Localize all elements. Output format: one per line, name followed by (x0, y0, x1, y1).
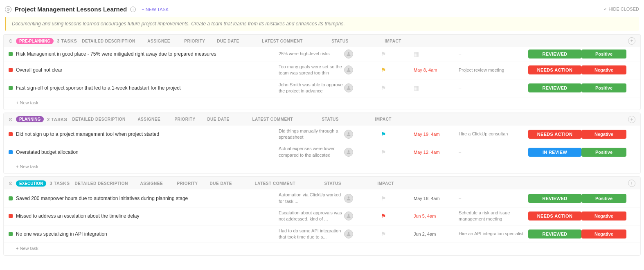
col-priority: PRIORITY (177, 181, 209, 186)
section-toggle-pre-planning[interactable]: ⊙ (9, 38, 13, 44)
task-dot (9, 214, 13, 218)
avatar[interactable] (344, 83, 353, 92)
impact-cell[interactable]: Positive (581, 50, 626, 59)
status-cell[interactable]: NEEDS ACTION (528, 65, 581, 74)
task-dot (9, 52, 13, 56)
priority-cell[interactable]: ⚑ (381, 131, 414, 137)
task-name-text[interactable]: Saved 200 manpower hours due to automati… (16, 196, 188, 201)
status-button[interactable]: IN REVIEW (528, 148, 581, 157)
status-cell[interactable]: REVIEWED (528, 194, 581, 203)
priority-flag-icon: ⚑ (381, 213, 386, 219)
expand-icon[interactable]: ⊙ (5, 6, 11, 13)
status-cell[interactable]: REVIEWED (528, 50, 581, 59)
task-name-text[interactable]: Did not sign up to a project management … (16, 131, 159, 137)
impact-cell[interactable]: Negative (581, 230, 626, 239)
impact-cell[interactable]: Negative (581, 130, 626, 139)
priority-cell[interactable]: ⚑ (381, 51, 414, 57)
col-description: DETAILED DESCRIPTION (72, 117, 137, 122)
avatar[interactable] (344, 50, 353, 59)
task-name-cell: Overstated budget allocation (9, 149, 279, 155)
section-badge-execution: EXECUTION (16, 180, 46, 187)
status-button[interactable]: NEEDS ACTION (528, 65, 581, 74)
svg-point-1 (348, 68, 350, 70)
status-cell[interactable]: REVIEWED (528, 230, 581, 239)
info-icon[interactable]: i (130, 7, 136, 12)
avatar[interactable] (344, 212, 353, 220)
task-description: Too many goals were set so the team was … (279, 64, 344, 76)
priority-cell[interactable]: ⚑ (381, 195, 414, 202)
task-name-text[interactable]: Fast sign-off of project sponsor that le… (16, 85, 181, 91)
section-add-icon-pre-planning[interactable]: + (628, 37, 635, 45)
impact-button[interactable]: Negative (581, 212, 626, 220)
assignee-cell (344, 212, 381, 220)
table-row: Overall goal not clear Too many goals we… (4, 61, 640, 79)
task-name-text[interactable]: No one was specializing in API integrati… (16, 231, 107, 237)
priority-cell[interactable]: ⚑ (381, 231, 414, 237)
task-name-text[interactable]: Overstated budget allocation (16, 149, 79, 155)
due-date-value: May 12, 4am (414, 150, 440, 155)
task-name-text[interactable]: Overall goal not clear (16, 67, 62, 73)
impact-button[interactable]: Positive (581, 50, 626, 59)
status-button[interactable]: REVIEWED (528, 50, 581, 59)
priority-cell[interactable]: ⚑ (381, 149, 414, 155)
impact-cell[interactable]: Positive (581, 148, 626, 157)
priority-cell[interactable]: ⚑ (381, 213, 414, 219)
avatar[interactable] (344, 230, 353, 239)
section-task-count-planning: 2 TASKS (47, 117, 67, 122)
due-date-cell: Jun 5, 4am (414, 213, 459, 219)
task-name-text[interactable]: Risk Management in good place - 75% were… (16, 51, 216, 57)
col-due-date: DUE DATE (209, 181, 254, 186)
latest-comment-cell: – (459, 149, 528, 155)
priority-cell[interactable]: ⚑ (381, 85, 414, 91)
section-task-count-execution: 3 TASKS (50, 181, 70, 186)
impact-cell[interactable]: Negative (581, 65, 626, 74)
section-toggle-planning[interactable]: ⊙ (9, 117, 13, 122)
impact-button[interactable]: Negative (581, 230, 626, 239)
task-dot (9, 86, 13, 90)
svg-point-0 (348, 52, 350, 54)
hide-closed-button[interactable]: ✓ HIDE CLOSED (603, 7, 639, 12)
avatar[interactable] (344, 65, 353, 74)
impact-button[interactable]: Negative (581, 65, 626, 74)
status-button[interactable]: REVIEWED (528, 230, 581, 239)
due-date-cell: Jun 2, 4am (414, 231, 459, 237)
status-cell[interactable]: NEEDS ACTION (528, 212, 581, 220)
task-description: Escalation about approvals was not addre… (279, 210, 344, 223)
latest-comment-cell: Project review meeting (459, 67, 528, 73)
impact-button[interactable]: Positive (581, 148, 626, 157)
due-date-cell: ▦ (414, 85, 459, 91)
impact-button[interactable]: Negative (581, 130, 626, 139)
new-task-link[interactable]: + New task (16, 100, 38, 105)
status-cell[interactable]: REVIEWED (528, 83, 581, 92)
section-add-icon-execution[interactable]: + (628, 180, 635, 187)
status-button[interactable]: NEEDS ACTION (528, 130, 581, 139)
task-name-cell: Overall goal not clear (9, 67, 279, 73)
new-task-link[interactable]: + New task (16, 246, 38, 251)
new-task-link[interactable]: + New task (16, 164, 38, 169)
col-assignee: ASSIGNEE (140, 181, 177, 186)
new-task-header-button[interactable]: + NEW TASK (139, 6, 171, 13)
avatar[interactable] (344, 148, 353, 157)
impact-button[interactable]: Positive (581, 83, 626, 92)
status-button[interactable]: REVIEWED (528, 83, 581, 92)
priority-cell[interactable]: ⚑ (381, 67, 414, 73)
task-dot (9, 132, 13, 136)
avatar[interactable] (344, 130, 353, 139)
col-impact: IMPACT (377, 181, 422, 186)
section-add-icon-planning[interactable]: + (628, 116, 635, 123)
status-cell[interactable]: NEEDS ACTION (528, 130, 581, 139)
new-task-row: + New task (4, 243, 640, 255)
impact-cell[interactable]: Positive (581, 194, 626, 203)
task-name-text[interactable]: Missed to address an escalation about th… (16, 213, 140, 219)
task-name-cell: Saved 200 manpower hours due to automati… (9, 196, 279, 201)
impact-button[interactable]: Positive (581, 194, 626, 203)
section-toggle-execution[interactable]: ⊙ (9, 180, 13, 186)
status-button[interactable]: REVIEWED (528, 194, 581, 203)
status-cell[interactable]: IN REVIEW (528, 148, 581, 157)
impact-cell[interactable]: Positive (581, 83, 626, 92)
task-description: 25% were high-level risks (279, 51, 344, 57)
status-button[interactable]: NEEDS ACTION (528, 212, 581, 220)
col-due-date: DUE DATE (217, 39, 262, 43)
avatar[interactable] (344, 194, 353, 203)
impact-cell[interactable]: Negative (581, 212, 626, 220)
